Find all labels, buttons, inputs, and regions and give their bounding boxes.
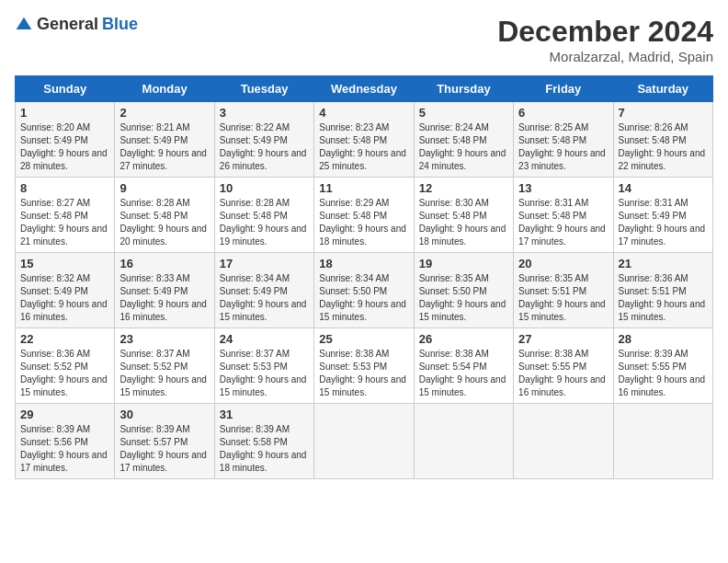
table-row: 13Sunrise: 8:31 AMSunset: 5:48 PMDayligh… [514, 178, 613, 253]
day-number: 7 [619, 106, 708, 120]
table-row: 21Sunrise: 8:36 AMSunset: 5:51 PMDayligh… [613, 253, 712, 328]
table-row: 30Sunrise: 8:39 AMSunset: 5:57 PMDayligh… [115, 404, 214, 479]
calendar-header-row: Sunday Monday Tuesday Wednesday Thursday… [16, 76, 713, 102]
day-info: Sunrise: 8:35 AMSunset: 5:50 PMDaylight:… [419, 273, 506, 322]
day-number: 3 [220, 106, 309, 120]
subtitle: Moralzarzal, Madrid, Spain [497, 49, 713, 64]
day-info: Sunrise: 8:35 AMSunset: 5:51 PMDaylight:… [518, 273, 606, 322]
col-saturday: Saturday [613, 76, 712, 102]
calendar-week-row: 29Sunrise: 8:39 AMSunset: 5:56 PMDayligh… [16, 404, 713, 479]
day-info: Sunrise: 8:30 AMSunset: 5:48 PMDaylight:… [419, 198, 506, 247]
day-number: 21 [619, 257, 708, 270]
day-info: Sunrise: 8:26 AMSunset: 5:48 PMDaylight:… [619, 122, 706, 171]
table-row [314, 404, 414, 479]
day-number: 23 [119, 332, 209, 346]
title-area: December 2024 Moralzarzal, Madrid, Spain [497, 15, 713, 64]
table-row: 8Sunrise: 8:27 AMSunset: 5:48 PMDaylight… [16, 178, 115, 253]
table-row [514, 404, 613, 479]
day-number: 20 [518, 257, 608, 270]
day-number: 25 [319, 332, 408, 346]
day-number: 11 [319, 181, 408, 195]
table-row: 18Sunrise: 8:34 AMSunset: 5:50 PMDayligh… [314, 253, 414, 328]
day-info: Sunrise: 8:23 AMSunset: 5:48 PMDaylight:… [319, 122, 406, 171]
day-info: Sunrise: 8:21 AMSunset: 5:49 PMDaylight:… [119, 122, 207, 171]
logo-blue: Blue [102, 15, 138, 34]
table-row: 6Sunrise: 8:25 AMSunset: 5:48 PMDaylight… [514, 102, 613, 178]
table-row: 7Sunrise: 8:26 AMSunset: 5:48 PMDaylight… [613, 102, 712, 178]
col-tuesday: Tuesday [214, 76, 313, 102]
day-number: 30 [119, 408, 209, 421]
table-row: 22Sunrise: 8:36 AMSunset: 5:52 PMDayligh… [16, 328, 115, 404]
calendar-week-row: 22Sunrise: 8:36 AMSunset: 5:52 PMDayligh… [16, 328, 713, 404]
table-row [414, 404, 513, 479]
logo: GeneralBlue [15, 15, 138, 34]
table-row: 9Sunrise: 8:28 AMSunset: 5:48 PMDaylight… [115, 178, 214, 253]
day-info: Sunrise: 8:37 AMSunset: 5:53 PMDaylight:… [220, 349, 307, 397]
day-info: Sunrise: 8:27 AMSunset: 5:48 PMDaylight:… [20, 198, 108, 247]
col-thursday: Thursday [414, 76, 513, 102]
table-row: 27Sunrise: 8:38 AMSunset: 5:55 PMDayligh… [514, 328, 613, 404]
day-info: Sunrise: 8:33 AMSunset: 5:49 PMDaylight:… [119, 273, 207, 322]
day-info: Sunrise: 8:29 AMSunset: 5:48 PMDaylight:… [319, 198, 406, 247]
day-number: 8 [20, 181, 109, 195]
table-row: 10Sunrise: 8:28 AMSunset: 5:48 PMDayligh… [214, 178, 313, 253]
table-row: 28Sunrise: 8:39 AMSunset: 5:55 PMDayligh… [613, 328, 712, 404]
table-row: 17Sunrise: 8:34 AMSunset: 5:49 PMDayligh… [214, 253, 313, 328]
table-row: 29Sunrise: 8:39 AMSunset: 5:56 PMDayligh… [16, 404, 115, 479]
day-info: Sunrise: 8:28 AMSunset: 5:48 PMDaylight:… [119, 198, 207, 247]
table-row: 12Sunrise: 8:30 AMSunset: 5:48 PMDayligh… [414, 178, 513, 253]
logo-general: General [37, 15, 98, 34]
day-info: Sunrise: 8:38 AMSunset: 5:55 PMDaylight:… [518, 349, 606, 397]
day-info: Sunrise: 8:39 AMSunset: 5:58 PMDaylight:… [220, 424, 307, 473]
table-row: 31Sunrise: 8:39 AMSunset: 5:58 PMDayligh… [214, 404, 313, 479]
col-sunday: Sunday [16, 76, 115, 102]
day-info: Sunrise: 8:38 AMSunset: 5:54 PMDaylight:… [419, 349, 506, 397]
day-number: 5 [419, 106, 508, 120]
day-number: 28 [619, 332, 708, 346]
table-row: 4Sunrise: 8:23 AMSunset: 5:48 PMDaylight… [314, 102, 414, 178]
day-info: Sunrise: 8:31 AMSunset: 5:48 PMDaylight:… [518, 198, 606, 247]
day-number: 1 [20, 106, 109, 120]
day-info: Sunrise: 8:20 AMSunset: 5:49 PMDaylight:… [20, 122, 108, 171]
day-info: Sunrise: 8:31 AMSunset: 5:49 PMDaylight:… [619, 198, 706, 247]
day-info: Sunrise: 8:32 AMSunset: 5:49 PMDaylight:… [20, 273, 108, 322]
table-row: 24Sunrise: 8:37 AMSunset: 5:53 PMDayligh… [214, 328, 313, 404]
table-row: 26Sunrise: 8:38 AMSunset: 5:54 PMDayligh… [414, 328, 513, 404]
day-number: 17 [220, 257, 309, 270]
day-info: Sunrise: 8:34 AMSunset: 5:50 PMDaylight:… [319, 273, 406, 322]
day-number: 19 [419, 257, 508, 270]
col-friday: Friday [514, 76, 613, 102]
table-row: 5Sunrise: 8:24 AMSunset: 5:48 PMDaylight… [414, 102, 513, 178]
table-row: 3Sunrise: 8:22 AMSunset: 5:49 PMDaylight… [214, 102, 313, 178]
day-number: 15 [20, 257, 109, 270]
main-title: December 2024 [497, 15, 713, 49]
day-number: 2 [119, 106, 209, 120]
day-info: Sunrise: 8:36 AMSunset: 5:52 PMDaylight:… [20, 349, 108, 397]
day-info: Sunrise: 8:22 AMSunset: 5:49 PMDaylight:… [220, 122, 307, 171]
day-info: Sunrise: 8:24 AMSunset: 5:48 PMDaylight:… [419, 122, 506, 171]
page-header: GeneralBlue December 2024 Moralzarzal, M… [15, 15, 713, 64]
table-row: 14Sunrise: 8:31 AMSunset: 5:49 PMDayligh… [613, 178, 712, 253]
day-info: Sunrise: 8:36 AMSunset: 5:51 PMDaylight:… [619, 273, 706, 322]
day-info: Sunrise: 8:38 AMSunset: 5:53 PMDaylight:… [319, 349, 406, 397]
table-row: 20Sunrise: 8:35 AMSunset: 5:51 PMDayligh… [514, 253, 613, 328]
day-number: 16 [119, 257, 209, 270]
day-info: Sunrise: 8:34 AMSunset: 5:49 PMDaylight:… [220, 273, 307, 322]
day-number: 27 [518, 332, 608, 346]
table-row: 2Sunrise: 8:21 AMSunset: 5:49 PMDaylight… [115, 102, 214, 178]
day-number: 29 [20, 408, 109, 421]
day-info: Sunrise: 8:37 AMSunset: 5:52 PMDaylight:… [119, 349, 207, 397]
day-info: Sunrise: 8:28 AMSunset: 5:48 PMDaylight:… [220, 198, 307, 247]
calendar-week-row: 8Sunrise: 8:27 AMSunset: 5:48 PMDaylight… [16, 178, 713, 253]
day-number: 13 [518, 181, 608, 195]
table-row: 25Sunrise: 8:38 AMSunset: 5:53 PMDayligh… [314, 328, 414, 404]
table-row: 15Sunrise: 8:32 AMSunset: 5:49 PMDayligh… [16, 253, 115, 328]
svg-marker-0 [17, 17, 32, 29]
calendar-week-row: 1Sunrise: 8:20 AMSunset: 5:49 PMDaylight… [16, 102, 713, 178]
calendar-table: Sunday Monday Tuesday Wednesday Thursday… [15, 75, 713, 479]
day-info: Sunrise: 8:39 AMSunset: 5:56 PMDaylight:… [20, 424, 108, 473]
calendar-week-row: 15Sunrise: 8:32 AMSunset: 5:49 PMDayligh… [16, 253, 713, 328]
col-wednesday: Wednesday [314, 76, 414, 102]
day-number: 22 [20, 332, 109, 346]
day-info: Sunrise: 8:39 AMSunset: 5:55 PMDaylight:… [619, 349, 706, 397]
